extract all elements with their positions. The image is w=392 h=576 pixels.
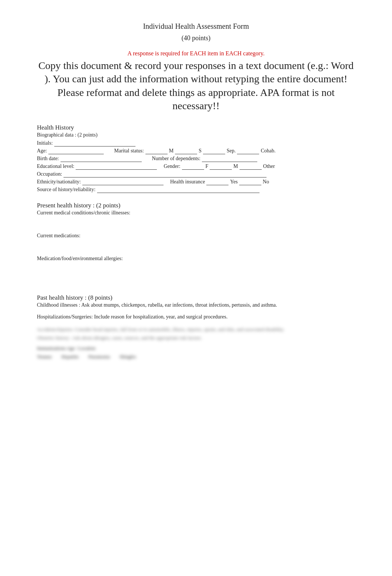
childhood-label: Childhood illnesses : Ask about mumps, c… xyxy=(37,302,355,308)
f-label: F xyxy=(206,163,209,169)
m2-label: M xyxy=(233,163,238,169)
points-subtitle: (40 points) xyxy=(37,34,355,42)
birth-label: Birth date: xyxy=(37,156,59,162)
gender-other-field xyxy=(240,163,262,170)
source-label: Source of history/reliability: xyxy=(37,187,96,193)
no-label: No xyxy=(263,179,269,185)
m-label: M xyxy=(169,148,173,154)
birth-dependents-row: Birth date: Number of dependents: xyxy=(37,156,355,162)
initials-field xyxy=(54,140,135,146)
allergies-label: Medication/food/environmental allergies: xyxy=(37,256,355,262)
insurance-label: Health insurance xyxy=(170,179,205,185)
occupation-label: Occupation: xyxy=(37,171,62,177)
conditions-label: Current medical conditions/chronic illne… xyxy=(37,210,355,216)
gender-f-field xyxy=(182,163,204,170)
ethnicity-label: Ethnicity/nationality: xyxy=(37,179,81,185)
insurance-yes-field xyxy=(206,179,228,185)
occupation-row: Occupation: xyxy=(37,171,355,177)
red-notice: A response is required for EACH item in … xyxy=(37,50,355,57)
marital-field xyxy=(145,148,168,154)
yes-label: Yes xyxy=(230,179,237,185)
blurred-text-1: Accidents/Injuries: Consider head injuri… xyxy=(37,326,355,342)
source-field xyxy=(97,187,259,193)
source-row: Source of history/reliability: xyxy=(37,187,355,193)
s-label: S xyxy=(199,148,202,154)
age-marital-row: Age: Marital status: M S Sep. Cohab. xyxy=(37,148,355,154)
dependents-field xyxy=(202,156,257,162)
s-field xyxy=(203,148,225,154)
gender-label: Gender: xyxy=(164,163,180,169)
blurred-immunizations: Immunizations Age / Location Tetanus Hep… xyxy=(37,345,355,361)
hosp-label: Hospitalizations/Surgeries: Include reas… xyxy=(37,314,355,320)
m-field xyxy=(175,148,197,154)
occupation-field xyxy=(63,171,267,177)
edu-gender-row: Educational level: Gender: F M Other xyxy=(37,163,355,170)
age-field xyxy=(48,148,104,154)
birth-field xyxy=(61,156,142,162)
page-title: Individual Health Assessment Form xyxy=(37,22,355,31)
ethnicity-field xyxy=(82,179,164,185)
cohab-label: Cohab. xyxy=(261,148,275,154)
marital-label: Marital status: xyxy=(114,148,144,154)
sep-label: Sep. xyxy=(227,148,236,154)
present-health-section: Present health history : (2 points) Curr… xyxy=(37,202,355,285)
ethnicity-insurance-row: Ethnicity/nationality: Health insurance … xyxy=(37,179,355,185)
insurance-no-field xyxy=(239,179,261,185)
medications-label: Current medications: xyxy=(37,233,355,239)
sep-field xyxy=(237,148,259,154)
intro-text: Copy this document & record your respons… xyxy=(37,59,355,113)
past-health-section: Past health history : (8 points) Childho… xyxy=(37,294,355,361)
initials-row: Initials: xyxy=(37,140,355,146)
other-label: Other xyxy=(263,163,275,169)
edu-field xyxy=(76,163,157,170)
edu-label: Educational level: xyxy=(37,163,74,169)
gender-m-field xyxy=(210,163,232,170)
dependents-label: Number of dependents: xyxy=(152,156,200,162)
biographical-title: Biographical data : (2 points) xyxy=(37,132,355,138)
initials-label: Initials: xyxy=(37,140,53,146)
past-health-title: Past health history : (8 points) xyxy=(37,294,355,301)
health-history-heading: Health History xyxy=(37,124,355,131)
present-health-title: Present health history : (2 points) xyxy=(37,202,355,209)
age-label: Age: xyxy=(37,148,47,154)
